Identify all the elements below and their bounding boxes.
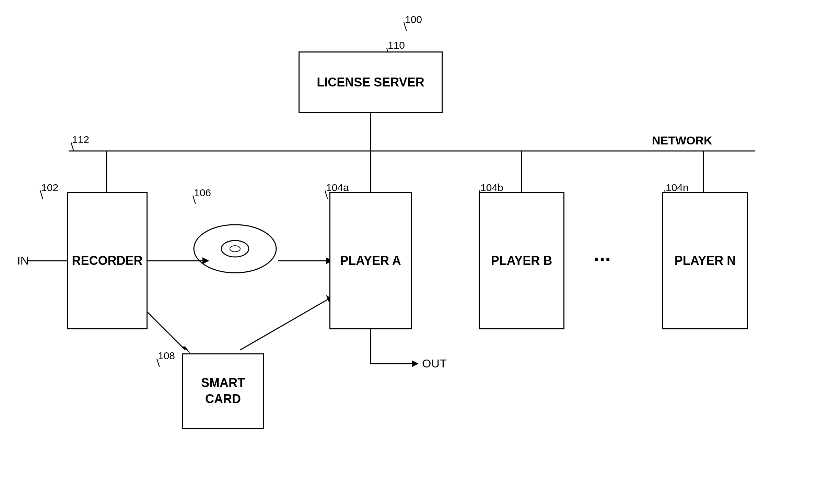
svg-point-20 — [221, 241, 249, 257]
smart-card-box: SMART CARD — [182, 353, 264, 429]
svg-line-14 — [240, 298, 329, 350]
out-label: OUT — [422, 357, 447, 370]
ref-104n-label: 104n — [666, 182, 689, 194]
svg-marker-18 — [412, 360, 419, 367]
svg-marker-13 — [182, 347, 190, 353]
ref-104b-label: 104b — [480, 182, 503, 194]
ellipsis: ··· — [594, 247, 611, 271]
disc-icon — [192, 206, 278, 292]
ref-104a-label: 104a — [326, 182, 349, 194]
svg-point-19 — [194, 225, 276, 273]
network-label: NETWORK — [652, 134, 712, 147]
recorder-box: RECORDER — [67, 192, 148, 329]
license-server-box: LICENSE SERVER — [299, 51, 443, 113]
in-label: IN — [17, 254, 29, 267]
player-a-box: PLAYER A — [329, 192, 412, 329]
player-b-box: PLAYER B — [479, 192, 564, 329]
player-n-box: PLAYER N — [662, 192, 748, 329]
svg-point-21 — [230, 246, 240, 252]
